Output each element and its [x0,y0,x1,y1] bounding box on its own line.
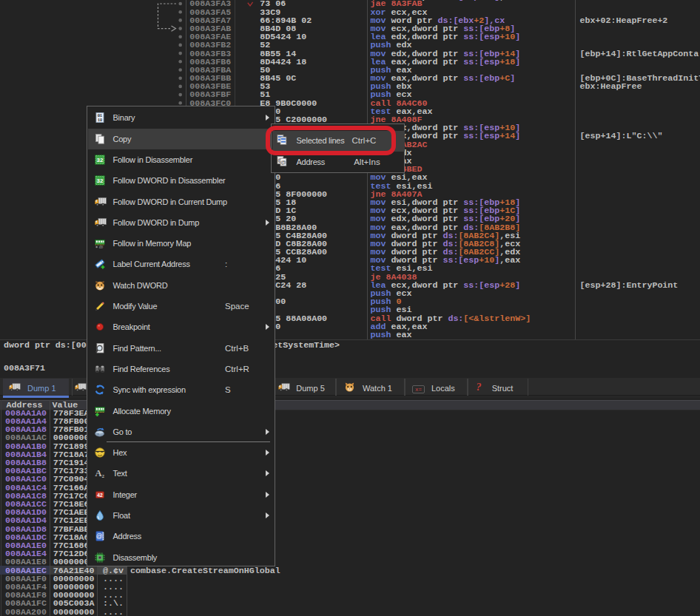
svg-text:32: 32 [97,177,104,184]
svg-text:32: 32 [97,157,104,163]
svg-text:A: A [95,468,102,478]
svg-text:2: 2 [102,473,105,478]
svg-text:?: ? [477,381,482,392]
svg-text:42: 42 [97,492,103,497]
svg-text:@: @ [96,532,103,540]
svg-text:@: @ [280,159,286,166]
svg-text:@: @ [98,245,103,248]
svg-text:10: 10 [98,118,102,123]
svg-text:x=: x= [415,387,423,393]
